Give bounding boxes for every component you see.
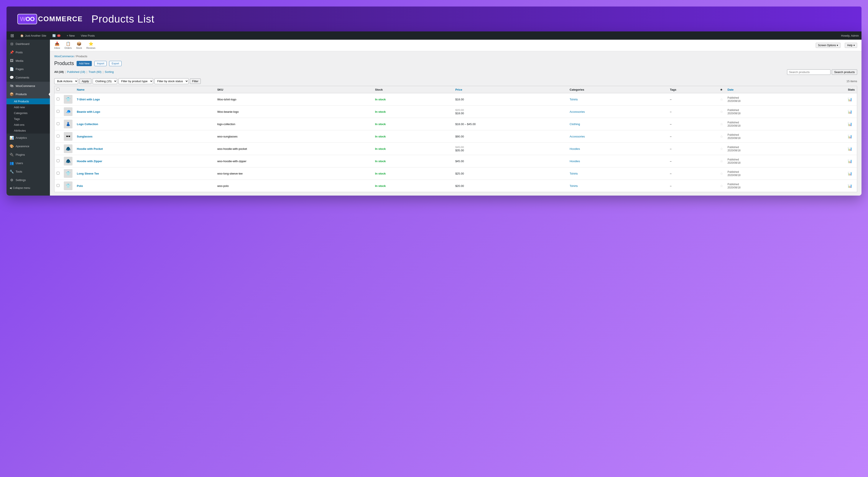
qa-inbox[interactable]: 📥 Inbox — [54, 41, 60, 49]
product-name-link[interactable]: Hoodie with Zipper — [77, 160, 102, 163]
col-header-date[interactable]: Date — [725, 86, 846, 93]
product-name-link[interactable]: Beanie with Logo — [77, 110, 100, 113]
row-checkbox[interactable] — [57, 184, 59, 187]
qa-stock[interactable]: 📦 Stock — [76, 41, 82, 49]
product-star-icon[interactable]: ☆ — [720, 122, 723, 126]
apply-button[interactable]: Apply — [80, 78, 91, 84]
page-header: Products Add New Import Export — [54, 61, 857, 66]
search-button[interactable]: Search products — [832, 69, 857, 75]
product-star-icon[interactable]: ☆ — [720, 184, 723, 188]
row-checkbox[interactable] — [57, 135, 59, 137]
product-category-link[interactable]: Tshirts — [569, 172, 578, 175]
row-checkbox[interactable] — [57, 147, 59, 150]
table-row: 👕 Polo woo-polo In stock $20.00 Tshirts … — [55, 180, 857, 192]
product-category-link[interactable]: Tshirts — [569, 98, 578, 101]
filter-tab-trash[interactable]: Trash (60) — [89, 70, 101, 73]
qa-orders[interactable]: 📋 Orders — [64, 41, 72, 49]
product-category-link[interactable]: Clothing — [569, 123, 580, 126]
sidebar-item-categories[interactable]: Categories — [6, 110, 50, 116]
product-name-link[interactable]: Logo Collection — [77, 123, 98, 126]
admin-bar-howdy: Howdy, Admin — [841, 34, 859, 37]
product-stats-icon[interactable]: 📊 — [848, 184, 852, 188]
sidebar-item-tags[interactable]: Tags — [6, 116, 50, 122]
product-sku: logo-collection — [217, 123, 235, 126]
stock-status-filter-select[interactable]: Filter by stock status — [155, 78, 189, 84]
row-checkbox[interactable] — [57, 122, 59, 125]
admin-bar-site[interactable]: 🏠 Just Another Site — [19, 31, 48, 40]
row-checkbox[interactable] — [57, 159, 59, 162]
wp-icon[interactable]: ⊞ — [9, 31, 16, 40]
sidebar-item-analytics[interactable]: 📊 Analytics — [6, 134, 50, 142]
help-button[interactable]: Help ▾ — [845, 43, 857, 48]
product-star-icon[interactable]: ☆ — [720, 135, 723, 138]
sidebar-item-appearance[interactable]: 🎨 Apearence — [6, 142, 50, 150]
sidebar-item-settings[interactable]: ⚙ Settings — [6, 176, 50, 184]
product-star-icon[interactable]: ☆ — [720, 147, 723, 151]
sidebar-item-woocommerce[interactable]: 🛍 WooCommerce — [6, 82, 50, 90]
product-star-icon[interactable]: ☆ — [720, 98, 723, 101]
product-category-link[interactable]: Accessories — [569, 135, 585, 138]
select-all-checkbox[interactable] — [57, 88, 59, 91]
qa-reviews[interactable]: ⭐ Reviews — [86, 41, 95, 49]
screen-options-button[interactable]: Screen Options ▾ — [816, 43, 841, 48]
sidebar-item-pages[interactable]: 📄 Pages — [6, 65, 50, 73]
product-category-link[interactable]: Hoodies — [569, 147, 580, 150]
row-checkbox[interactable] — [57, 172, 59, 174]
col-header-name[interactable]: Name — [75, 86, 215, 93]
sidebar-item-all-products[interactable]: All Products — [6, 98, 50, 104]
product-name-link[interactable]: Hoodie with Pocket — [77, 147, 103, 150]
product-name-link[interactable]: T-Shirt with Logo — [77, 98, 100, 101]
product-category-link[interactable]: Hoodies — [569, 160, 580, 163]
filter-tab-all[interactable]: All (19) — [54, 70, 64, 73]
col-header-star[interactable]: ★ — [718, 86, 725, 93]
sidebar-item-users[interactable]: 👥 Users — [6, 159, 50, 167]
breadcrumb-products: Products — [76, 55, 87, 58]
product-name-link[interactable]: Polo — [77, 184, 83, 188]
product-name-link[interactable]: Sunglasses — [77, 135, 92, 138]
search-input[interactable] — [787, 69, 831, 75]
sidebar-item-attributes[interactable]: Attributes — [6, 128, 50, 134]
sidebar-item-plugins[interactable]: 🔌 Plugins — [6, 150, 50, 159]
product-star-icon[interactable]: ☆ — [720, 110, 723, 114]
product-star-icon[interactable]: ☆ — [720, 172, 723, 175]
import-button[interactable]: Import — [94, 61, 106, 66]
row-checkbox[interactable] — [57, 98, 59, 100]
admin-bar-updates[interactable]: 🔄 0 — [51, 31, 62, 40]
row-checkbox[interactable] — [57, 110, 59, 113]
sidebar-item-products[interactable]: 📦 Products — [6, 90, 50, 98]
product-stats-icon[interactable]: 📊 — [848, 110, 852, 114]
product-stats-icon[interactable]: 📊 — [848, 122, 852, 126]
sidebar-item-posts[interactable]: 📌 Posts — [6, 48, 50, 57]
admin-bar-new[interactable]: + New — [65, 31, 76, 40]
product-stats-icon[interactable]: 📊 — [848, 147, 852, 151]
product-name-link[interactable]: Long Sleeve Tee — [77, 172, 99, 175]
breadcrumb-woocommerce[interactable]: WooCommerce — [54, 55, 74, 58]
product-stats-icon[interactable]: 📊 — [848, 159, 852, 163]
sidebar-item-add-ons[interactable]: Add-ons — [6, 122, 50, 128]
bulk-actions-select[interactable]: Bulk Actions — [54, 78, 78, 84]
admin-bar-view-posts[interactable]: View Posts — [80, 31, 96, 40]
sidebar-collapse[interactable]: ◀ Collapse menu — [6, 184, 50, 192]
product-tags: – — [670, 123, 672, 126]
col-header-price[interactable]: Price — [453, 86, 567, 93]
export-button[interactable]: Export — [109, 61, 122, 66]
product-type-filter-select[interactable]: Filter by product type — [119, 78, 153, 84]
clothing-filter-select[interactable]: Clothing (15) — [93, 78, 117, 84]
filter-tab-sorting[interactable]: Sorting — [105, 70, 114, 73]
product-stats-icon[interactable]: 📊 — [848, 135, 852, 138]
layout: ⊟ Dashboard 📌 Posts 🖼 Media 📄 Pages 💬 Co… — [6, 40, 862, 196]
sidebar-item-tools[interactable]: 🔧 Tools — [6, 167, 50, 176]
product-star-icon[interactable]: ☆ — [720, 159, 723, 163]
product-category-link[interactable]: Tshirts — [569, 184, 578, 188]
filter-button[interactable]: Filter — [190, 78, 201, 84]
sidebar-item-dashboard[interactable]: ⊟ Dashboard — [6, 40, 50, 48]
sidebar-item-add-new[interactable]: Add new — [6, 104, 50, 110]
product-sku: woo-hoodie-with-zipper — [217, 160, 246, 163]
filter-tab-published[interactable]: Published (19) — [67, 70, 85, 73]
sidebar-item-media[interactable]: 🖼 Media — [6, 57, 50, 65]
add-new-button[interactable]: Add New — [76, 61, 92, 66]
product-category-link[interactable]: Accessories — [569, 110, 585, 113]
sidebar-item-comments[interactable]: 💬 Comments — [6, 73, 50, 82]
product-stats-icon[interactable]: 📊 — [848, 172, 852, 175]
product-stats-icon[interactable]: 📊 — [848, 98, 852, 101]
